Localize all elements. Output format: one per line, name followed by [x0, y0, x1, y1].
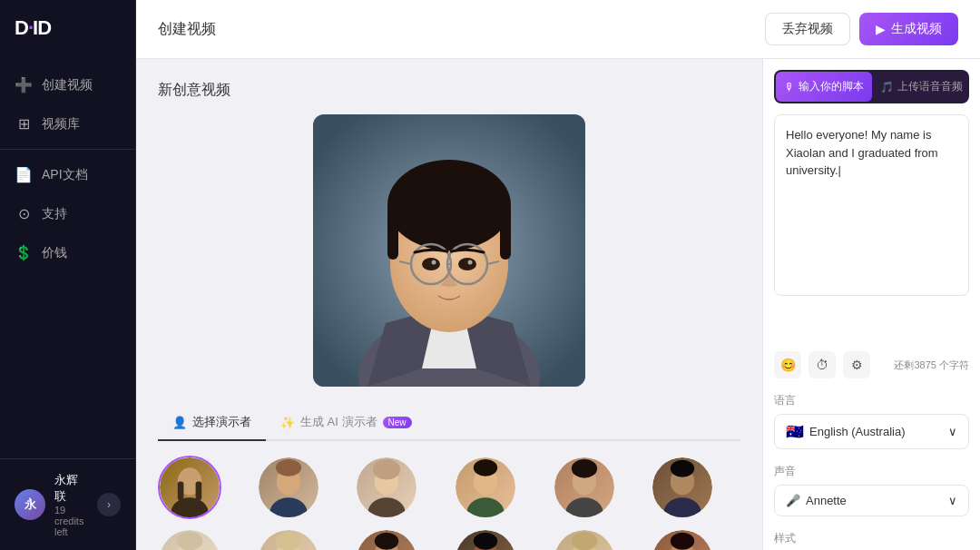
presenter-2[interactable] [257, 456, 320, 519]
credits-text: 19 credits left [54, 505, 88, 537]
svg-point-40 [177, 532, 202, 550]
sidebar-item-api-docs[interactable]: 📄 API文档 [0, 155, 135, 194]
timer-button[interactable]: ⏱ [808, 351, 836, 378]
generate-button[interactable]: ▶ 生成视频 [859, 13, 958, 45]
tab-input-script[interactable]: 🎙 输入你的脚本 [776, 72, 872, 102]
sidebar: D·ID ➕ 创建视频 ⊞ 视频库 📄 API文档 ⊙ 支持 💲 价钱 永 永辉… [0, 0, 136, 550]
svg-point-55 [671, 533, 694, 550]
emoji-button[interactable]: 😊 [774, 351, 801, 378]
mic-icon: 🎙 [784, 81, 795, 93]
grid-icon: ⊞ [15, 115, 33, 133]
svg-point-33 [565, 497, 603, 519]
new-badge: New [383, 417, 412, 428]
sidebar-footer: 永 永辉联 19 credits left › [0, 458, 135, 550]
script-toolbar: 😊 ⏱ ⚙ 还剩3875 个字符 [763, 344, 980, 386]
style-label: 样式 [763, 524, 980, 550]
page-title: 创建视频 [158, 20, 216, 39]
sidebar-label-library: 视频库 [42, 116, 80, 133]
voice-section: 声音 🎤 Annette ∨ [763, 457, 980, 524]
sidebar-item-support[interactable]: ⊙ 支持 [0, 194, 135, 233]
language-value: English (Australia) [809, 425, 906, 438]
select-presenter-icon: 👤 [172, 416, 187, 429]
presenter-1[interactable] [158, 456, 221, 519]
presenter-7[interactable] [158, 528, 221, 550]
support-icon: ⊙ [15, 205, 33, 222]
script-tabs: 🎙 输入你的脚本 🎵 上传语音音频 [774, 70, 969, 103]
voice-chevron-icon: ∨ [948, 494, 957, 507]
input-script-label: 输入你的脚本 [799, 79, 864, 94]
presenters-grid [158, 456, 740, 550]
char-count: 还剩3875 个字符 [894, 358, 969, 372]
tab-upload-audio[interactable]: 🎵 上传语音音频 [874, 70, 970, 103]
presenter-svg [313, 114, 585, 387]
avatar: 永 [15, 489, 45, 520]
svg-point-31 [474, 459, 497, 476]
svg-point-49 [474, 533, 497, 550]
presenter-5[interactable] [553, 456, 616, 519]
sidebar-nav: ➕ 创建视频 ⊞ 视频库 📄 API文档 ⊙ 支持 💲 价钱 [0, 56, 135, 458]
svg-point-17 [432, 260, 436, 265]
topbar-actions: 丢弃视频 ▶ 生成视频 [765, 13, 958, 45]
language-select[interactable]: 🇦🇺 English (Australia) ∨ [774, 414, 969, 449]
svg-point-43 [276, 532, 301, 550]
presenter-4[interactable] [454, 456, 517, 519]
music-icon: 🎵 [880, 81, 894, 93]
voice-value: Annette [806, 494, 847, 507]
language-select-left: 🇦🇺 English (Australia) [786, 423, 906, 440]
presenter-9[interactable] [355, 528, 418, 550]
svg-point-34 [572, 459, 597, 478]
presenter-tabs: 👤 选择演示者 ✨ 生成 AI 演示者 New [158, 405, 740, 441]
svg-rect-21 [178, 481, 184, 500]
tab-select-presenter[interactable]: 👤 选择演示者 [158, 405, 266, 441]
footer-info: 永辉联 19 credits left [54, 472, 88, 537]
presenter-12[interactable] [651, 528, 714, 550]
play-icon: ▶ [876, 22, 886, 36]
topbar: 创建视频 丢弃视频 ▶ 生成视频 [136, 0, 980, 59]
tab-generate-ai[interactable]: ✨ 生成 AI 演示者 New [266, 405, 426, 441]
user-name: 永辉联 [54, 472, 88, 505]
svg-point-30 [466, 497, 504, 519]
voice-select[interactable]: 🎤 Annette ∨ [774, 485, 969, 516]
sidebar-divider [0, 149, 135, 150]
sidebar-item-video-library[interactable]: ⊞ 视频库 [0, 104, 135, 143]
generate-label: 生成视频 [891, 21, 942, 37]
presenter-6[interactable] [651, 456, 714, 519]
upload-audio-label: 上传语音音频 [897, 79, 963, 94]
discard-button[interactable]: 丢弃视频 [765, 13, 850, 45]
presenter-3[interactable] [355, 456, 418, 519]
plus-icon: ➕ [15, 76, 33, 93]
sidebar-label-api: API文档 [42, 167, 88, 183]
presenter-8[interactable] [257, 528, 320, 550]
doc-icon: 📄 [15, 166, 33, 183]
language-section: 语言 🇦🇺 English (Australia) ∨ [763, 386, 980, 457]
dollar-icon: 💲 [15, 244, 33, 261]
presenter-11[interactable] [553, 528, 616, 550]
svg-point-20 [171, 497, 208, 519]
chevron-down-icon: ∨ [948, 425, 957, 438]
video-preview [313, 114, 585, 387]
avatar-initials: 永 [24, 496, 36, 513]
svg-point-27 [368, 497, 406, 519]
video-title: 新创意视频 [158, 81, 740, 100]
settings-button[interactable]: ⚙ [843, 351, 870, 378]
svg-point-52 [572, 532, 597, 550]
svg-point-18 [468, 260, 473, 265]
script-input[interactable]: Hello everyone! My name is Xiaolan and I… [774, 114, 969, 296]
presenter-10[interactable] [454, 528, 517, 550]
svg-rect-8 [387, 205, 398, 260]
expand-button[interactable]: › [97, 493, 121, 516]
svg-point-16 [458, 258, 476, 270]
main-content: 创建视频 丢弃视频 ▶ 生成视频 新创意视频 [136, 0, 980, 550]
logo-text: D·ID [15, 16, 51, 40]
video-editor: 新创意视频 [136, 59, 762, 550]
svg-point-28 [373, 459, 400, 480]
svg-point-36 [664, 497, 701, 519]
sidebar-item-create-video[interactable]: ➕ 创建视频 [0, 65, 135, 104]
logo: D·ID [0, 0, 135, 56]
sidebar-label-pricing: 价钱 [42, 245, 67, 261]
svg-point-37 [671, 460, 694, 477]
script-area: Hello everyone! My name is Xiaolan and I… [774, 114, 969, 344]
sidebar-item-pricing[interactable]: 💲 价钱 [0, 233, 135, 272]
right-panel: 🎙 输入你的脚本 🎵 上传语音音频 Hello everyone! My nam… [762, 59, 980, 550]
generate-ai-label: 生成 AI 演示者 [300, 414, 377, 430]
